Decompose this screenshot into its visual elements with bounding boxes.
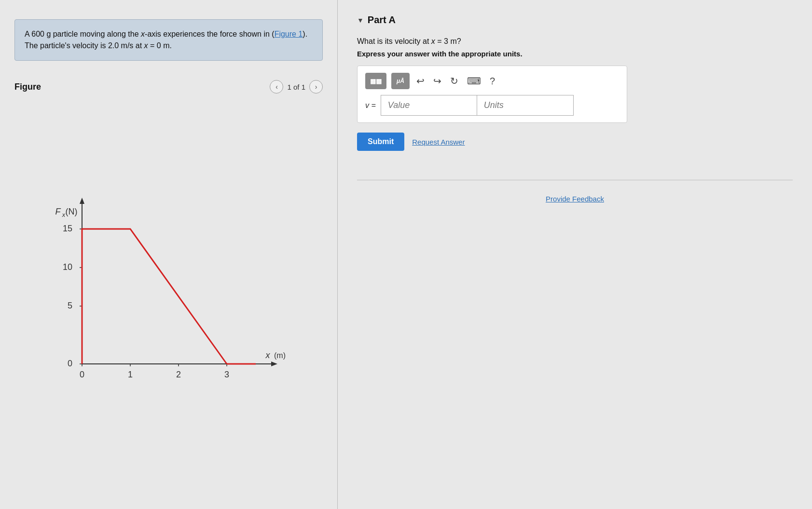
- mu-icon: μÅ: [397, 78, 404, 84]
- submit-button[interactable]: Submit: [357, 133, 404, 151]
- input-row: v =: [365, 95, 619, 116]
- units-input[interactable]: [477, 95, 574, 116]
- right-panel: ▼ Part A What is its velocity at x = 3 m…: [338, 0, 812, 509]
- mu-button[interactable]: μÅ: [391, 73, 410, 89]
- graph-area: 15 10 5 0 0 1 2: [14, 98, 323, 495]
- svg-text:x: x: [265, 350, 270, 360]
- svg-marker-2: [80, 198, 84, 204]
- v-label: v =: [365, 101, 376, 110]
- figure-link[interactable]: Figure 1: [275, 30, 303, 38]
- redo-icon: ↪: [433, 76, 441, 86]
- keyboard-button[interactable]: ⌨: [465, 73, 483, 89]
- svg-text:15: 15: [62, 224, 72, 233]
- svg-text:(m): (m): [274, 351, 286, 360]
- graph-container: 15 10 5 0 0 1 2: [43, 190, 294, 398]
- svg-text:10: 10: [62, 262, 72, 272]
- figure-nav-label: 1 of 1: [287, 83, 305, 91]
- matrix-button[interactable]: ▩▩: [365, 73, 386, 89]
- matrix-icon: ▩▩: [370, 78, 382, 85]
- divider: [357, 180, 793, 180]
- svg-text:3: 3: [224, 370, 229, 379]
- answer-toolbar: ▩▩ μÅ ↩ ↪ ↻ ⌨ ?: [365, 73, 619, 89]
- help-icon: ?: [490, 76, 495, 86]
- refresh-icon: ↻: [450, 76, 458, 86]
- nav-controls: ‹ 1 of 1 ›: [270, 80, 323, 94]
- answer-box: ▩▩ μÅ ↩ ↪ ↻ ⌨ ? v =: [357, 66, 627, 123]
- action-row: Submit Request Answer: [357, 133, 793, 151]
- undo-icon: ↩: [416, 76, 425, 86]
- request-answer-button[interactable]: Request Answer: [412, 138, 465, 146]
- undo-button[interactable]: ↩: [414, 73, 427, 89]
- provide-feedback-button[interactable]: Provide Feedback: [357, 195, 793, 203]
- figure-title: Figure: [14, 82, 41, 92]
- part-title: Part A: [368, 14, 396, 26]
- left-panel: A 600 g particle moving along the x-axis…: [0, 0, 338, 509]
- help-button[interactable]: ?: [488, 74, 497, 89]
- express-instruction: Express your answer with the appropriate…: [357, 50, 793, 58]
- svg-text:5: 5: [67, 301, 72, 310]
- next-figure-button[interactable]: ›: [309, 80, 323, 94]
- svg-marker-3: [271, 362, 277, 366]
- problem-statement: A 600 g particle moving along the x-axis…: [14, 19, 323, 61]
- svg-text:(N): (N): [65, 207, 77, 216]
- value-input[interactable]: [381, 95, 477, 116]
- keyboard-icon: ⌨: [467, 76, 481, 86]
- graph-svg: 15 10 5 0 0 1 2: [43, 190, 294, 398]
- figure-header: Figure ‹ 1 of 1 ›: [14, 80, 323, 94]
- refresh-button[interactable]: ↻: [448, 73, 460, 89]
- redo-button[interactable]: ↪: [431, 73, 443, 89]
- part-header: ▼ Part A: [357, 14, 793, 26]
- question-text: What is its velocity at x = 3 m?: [357, 37, 793, 46]
- prev-figure-button[interactable]: ‹: [270, 80, 283, 94]
- svg-text:0: 0: [67, 359, 72, 368]
- svg-text:0: 0: [79, 370, 84, 379]
- svg-text:2: 2: [176, 370, 180, 379]
- svg-text:F: F: [55, 207, 61, 216]
- svg-text:1: 1: [127, 370, 132, 379]
- chevron-down-icon: ▼: [357, 16, 364, 24]
